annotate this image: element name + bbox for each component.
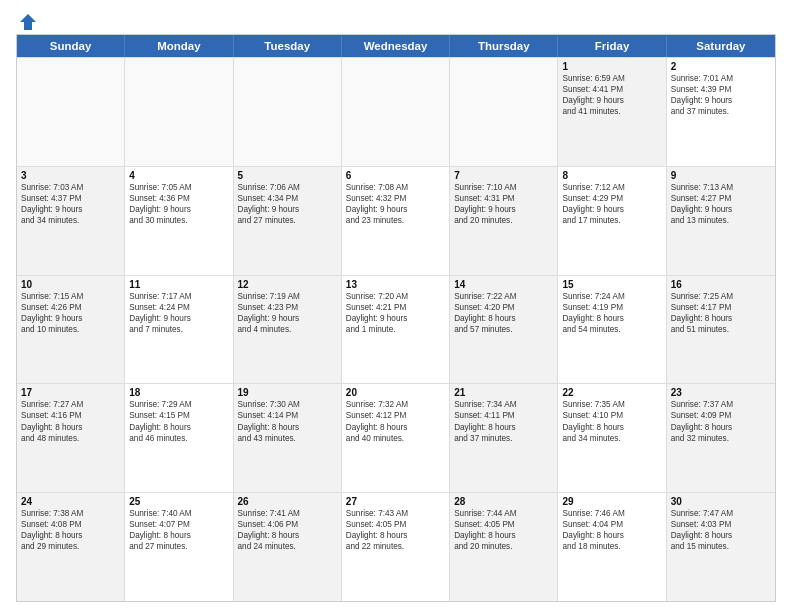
calendar-header: SundayMondayTuesdayWednesdayThursdayFrid… bbox=[17, 35, 775, 57]
calendar-cell-day-27: 27Sunrise: 7:43 AM Sunset: 4:05 PM Dayli… bbox=[342, 493, 450, 601]
day-number: 23 bbox=[671, 387, 771, 398]
day-number: 4 bbox=[129, 170, 228, 181]
calendar-row-5: 24Sunrise: 7:38 AM Sunset: 4:08 PM Dayli… bbox=[17, 492, 775, 601]
day-number: 18 bbox=[129, 387, 228, 398]
cell-info-text: Sunrise: 7:38 AM Sunset: 4:08 PM Dayligh… bbox=[21, 508, 120, 552]
calendar-cell-day-2: 2Sunrise: 7:01 AM Sunset: 4:39 PM Daylig… bbox=[667, 58, 775, 166]
calendar-cell-day-5: 5Sunrise: 7:06 AM Sunset: 4:34 PM Daylig… bbox=[234, 167, 342, 275]
cell-info-text: Sunrise: 6:59 AM Sunset: 4:41 PM Dayligh… bbox=[562, 73, 661, 117]
calendar-cell-day-1: 1Sunrise: 6:59 AM Sunset: 4:41 PM Daylig… bbox=[558, 58, 666, 166]
cell-info-text: Sunrise: 7:03 AM Sunset: 4:37 PM Dayligh… bbox=[21, 182, 120, 226]
calendar-cell-day-14: 14Sunrise: 7:22 AM Sunset: 4:20 PM Dayli… bbox=[450, 276, 558, 384]
cell-info-text: Sunrise: 7:06 AM Sunset: 4:34 PM Dayligh… bbox=[238, 182, 337, 226]
calendar-cell-day-21: 21Sunrise: 7:34 AM Sunset: 4:11 PM Dayli… bbox=[450, 384, 558, 492]
day-number: 14 bbox=[454, 279, 553, 290]
calendar-cell-day-11: 11Sunrise: 7:17 AM Sunset: 4:24 PM Dayli… bbox=[125, 276, 233, 384]
day-number: 12 bbox=[238, 279, 337, 290]
page-header bbox=[16, 12, 776, 28]
day-number: 2 bbox=[671, 61, 771, 72]
cell-info-text: Sunrise: 7:27 AM Sunset: 4:16 PM Dayligh… bbox=[21, 399, 120, 443]
cell-info-text: Sunrise: 7:20 AM Sunset: 4:21 PM Dayligh… bbox=[346, 291, 445, 335]
day-number: 28 bbox=[454, 496, 553, 507]
day-number: 13 bbox=[346, 279, 445, 290]
calendar-cell-day-9: 9Sunrise: 7:13 AM Sunset: 4:27 PM Daylig… bbox=[667, 167, 775, 275]
day-number: 20 bbox=[346, 387, 445, 398]
calendar-cell-day-22: 22Sunrise: 7:35 AM Sunset: 4:10 PM Dayli… bbox=[558, 384, 666, 492]
day-number: 17 bbox=[21, 387, 120, 398]
cell-info-text: Sunrise: 7:10 AM Sunset: 4:31 PM Dayligh… bbox=[454, 182, 553, 226]
day-number: 3 bbox=[21, 170, 120, 181]
day-number: 29 bbox=[562, 496, 661, 507]
calendar-cell-day-29: 29Sunrise: 7:46 AM Sunset: 4:04 PM Dayli… bbox=[558, 493, 666, 601]
calendar-cell-day-7: 7Sunrise: 7:10 AM Sunset: 4:31 PM Daylig… bbox=[450, 167, 558, 275]
day-number: 30 bbox=[671, 496, 771, 507]
cell-info-text: Sunrise: 7:01 AM Sunset: 4:39 PM Dayligh… bbox=[671, 73, 771, 117]
header-day-tuesday: Tuesday bbox=[234, 35, 342, 57]
calendar-cell-day-23: 23Sunrise: 7:37 AM Sunset: 4:09 PM Dayli… bbox=[667, 384, 775, 492]
calendar-cell-day-19: 19Sunrise: 7:30 AM Sunset: 4:14 PM Dayli… bbox=[234, 384, 342, 492]
calendar-cell-day-3: 3Sunrise: 7:03 AM Sunset: 4:37 PM Daylig… bbox=[17, 167, 125, 275]
calendar-row-1: 1Sunrise: 6:59 AM Sunset: 4:41 PM Daylig… bbox=[17, 57, 775, 166]
logo-icon bbox=[18, 12, 38, 32]
day-number: 19 bbox=[238, 387, 337, 398]
header-day-monday: Monday bbox=[125, 35, 233, 57]
day-number: 11 bbox=[129, 279, 228, 290]
calendar-cell-day-28: 28Sunrise: 7:44 AM Sunset: 4:05 PM Dayli… bbox=[450, 493, 558, 601]
calendar-cell-day-10: 10Sunrise: 7:15 AM Sunset: 4:26 PM Dayli… bbox=[17, 276, 125, 384]
cell-info-text: Sunrise: 7:19 AM Sunset: 4:23 PM Dayligh… bbox=[238, 291, 337, 335]
cell-info-text: Sunrise: 7:34 AM Sunset: 4:11 PM Dayligh… bbox=[454, 399, 553, 443]
calendar-cell-day-25: 25Sunrise: 7:40 AM Sunset: 4:07 PM Dayli… bbox=[125, 493, 233, 601]
calendar-cell-day-16: 16Sunrise: 7:25 AM Sunset: 4:17 PM Dayli… bbox=[667, 276, 775, 384]
calendar-cell-day-15: 15Sunrise: 7:24 AM Sunset: 4:19 PM Dayli… bbox=[558, 276, 666, 384]
cell-info-text: Sunrise: 7:08 AM Sunset: 4:32 PM Dayligh… bbox=[346, 182, 445, 226]
cell-info-text: Sunrise: 7:46 AM Sunset: 4:04 PM Dayligh… bbox=[562, 508, 661, 552]
day-number: 10 bbox=[21, 279, 120, 290]
header-day-wednesday: Wednesday bbox=[342, 35, 450, 57]
header-day-thursday: Thursday bbox=[450, 35, 558, 57]
day-number: 25 bbox=[129, 496, 228, 507]
calendar-cell-empty bbox=[17, 58, 125, 166]
cell-info-text: Sunrise: 7:29 AM Sunset: 4:15 PM Dayligh… bbox=[129, 399, 228, 443]
cell-info-text: Sunrise: 7:24 AM Sunset: 4:19 PM Dayligh… bbox=[562, 291, 661, 335]
calendar-cell-day-24: 24Sunrise: 7:38 AM Sunset: 4:08 PM Dayli… bbox=[17, 493, 125, 601]
cell-info-text: Sunrise: 7:43 AM Sunset: 4:05 PM Dayligh… bbox=[346, 508, 445, 552]
svg-marker-0 bbox=[20, 14, 36, 30]
cell-info-text: Sunrise: 7:15 AM Sunset: 4:26 PM Dayligh… bbox=[21, 291, 120, 335]
logo bbox=[16, 12, 38, 28]
calendar-row-2: 3Sunrise: 7:03 AM Sunset: 4:37 PM Daylig… bbox=[17, 166, 775, 275]
calendar-cell-day-26: 26Sunrise: 7:41 AM Sunset: 4:06 PM Dayli… bbox=[234, 493, 342, 601]
cell-info-text: Sunrise: 7:17 AM Sunset: 4:24 PM Dayligh… bbox=[129, 291, 228, 335]
header-day-saturday: Saturday bbox=[667, 35, 775, 57]
cell-info-text: Sunrise: 7:40 AM Sunset: 4:07 PM Dayligh… bbox=[129, 508, 228, 552]
calendar-cell-empty bbox=[342, 58, 450, 166]
calendar-body: 1Sunrise: 6:59 AM Sunset: 4:41 PM Daylig… bbox=[17, 57, 775, 601]
day-number: 1 bbox=[562, 61, 661, 72]
calendar-cell-day-4: 4Sunrise: 7:05 AM Sunset: 4:36 PM Daylig… bbox=[125, 167, 233, 275]
cell-info-text: Sunrise: 7:22 AM Sunset: 4:20 PM Dayligh… bbox=[454, 291, 553, 335]
day-number: 15 bbox=[562, 279, 661, 290]
calendar-cell-day-12: 12Sunrise: 7:19 AM Sunset: 4:23 PM Dayli… bbox=[234, 276, 342, 384]
header-day-friday: Friday bbox=[558, 35, 666, 57]
day-number: 27 bbox=[346, 496, 445, 507]
cell-info-text: Sunrise: 7:35 AM Sunset: 4:10 PM Dayligh… bbox=[562, 399, 661, 443]
day-number: 24 bbox=[21, 496, 120, 507]
cell-info-text: Sunrise: 7:37 AM Sunset: 4:09 PM Dayligh… bbox=[671, 399, 771, 443]
calendar-cell-day-17: 17Sunrise: 7:27 AM Sunset: 4:16 PM Dayli… bbox=[17, 384, 125, 492]
day-number: 6 bbox=[346, 170, 445, 181]
day-number: 22 bbox=[562, 387, 661, 398]
calendar-cell-day-20: 20Sunrise: 7:32 AM Sunset: 4:12 PM Dayli… bbox=[342, 384, 450, 492]
day-number: 5 bbox=[238, 170, 337, 181]
calendar-row-4: 17Sunrise: 7:27 AM Sunset: 4:16 PM Dayli… bbox=[17, 383, 775, 492]
day-number: 7 bbox=[454, 170, 553, 181]
calendar-cell-day-8: 8Sunrise: 7:12 AM Sunset: 4:29 PM Daylig… bbox=[558, 167, 666, 275]
day-number: 26 bbox=[238, 496, 337, 507]
day-number: 9 bbox=[671, 170, 771, 181]
cell-info-text: Sunrise: 7:32 AM Sunset: 4:12 PM Dayligh… bbox=[346, 399, 445, 443]
day-number: 16 bbox=[671, 279, 771, 290]
day-number: 8 bbox=[562, 170, 661, 181]
header-day-sunday: Sunday bbox=[17, 35, 125, 57]
cell-info-text: Sunrise: 7:13 AM Sunset: 4:27 PM Dayligh… bbox=[671, 182, 771, 226]
cell-info-text: Sunrise: 7:47 AM Sunset: 4:03 PM Dayligh… bbox=[671, 508, 771, 552]
calendar-cell-day-30: 30Sunrise: 7:47 AM Sunset: 4:03 PM Dayli… bbox=[667, 493, 775, 601]
calendar-cell-day-13: 13Sunrise: 7:20 AM Sunset: 4:21 PM Dayli… bbox=[342, 276, 450, 384]
